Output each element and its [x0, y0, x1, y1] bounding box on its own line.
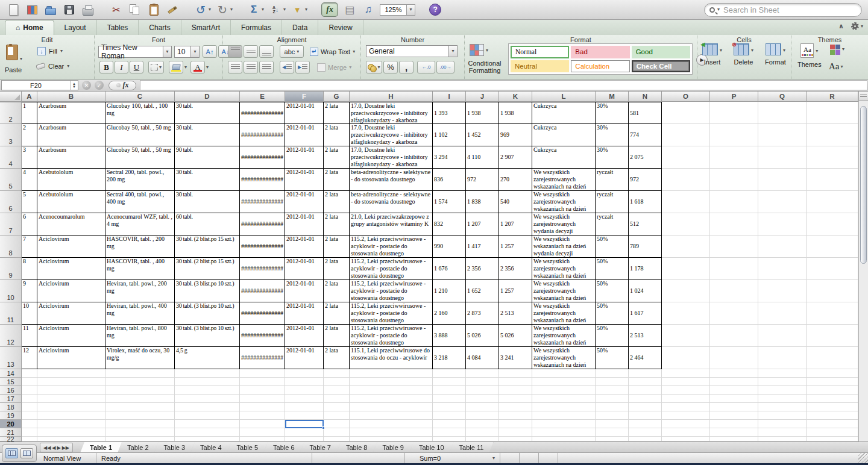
cell-H15[interactable]: [350, 378, 433, 386]
cell-A11[interactable]: 10: [22, 302, 37, 325]
cell-G7[interactable]: 2 lata: [324, 213, 350, 236]
row-header-3[interactable]: 3: [0, 124, 22, 146]
cell-O8[interactable]: [662, 236, 710, 258]
cell-H4[interactable]: 17.0, Doustne leki przeciwcukrzycowe - i…: [350, 146, 433, 169]
cell-M14[interactable]: [596, 369, 629, 378]
cell-C22[interactable]: [105, 437, 175, 442]
column-header-D[interactable]: D: [175, 92, 240, 102]
cell-M22[interactable]: [596, 437, 629, 442]
cell-Q19[interactable]: [758, 411, 807, 420]
cell-J8[interactable]: 1 417: [466, 236, 499, 258]
cell-I12[interactable]: 3 888: [433, 325, 466, 347]
cell-I15[interactable]: [433, 378, 466, 386]
cell-E5[interactable]: ##############: [240, 169, 285, 191]
fill-dropdown-caret-icon[interactable]: ▾: [60, 49, 63, 54]
cell-I17[interactable]: [433, 395, 466, 403]
cell-Q17[interactable]: [758, 395, 807, 403]
cell-L12[interactable]: We wszystkich zarejestrowanych wskazania…: [532, 325, 596, 347]
format-painter-icon[interactable]: [165, 2, 180, 17]
cell-H8[interactable]: 115.2, Leki przeciwwirusowe - acyklowir …: [350, 236, 433, 258]
cell-I21[interactable]: [433, 428, 466, 437]
ribbon-settings-button[interactable]: ▾: [851, 22, 863, 30]
sheet-tab-table-2[interactable]: Table 2: [118, 442, 158, 453]
cell-R10[interactable]: [807, 280, 858, 302]
cell-P19[interactable]: [710, 411, 758, 420]
cell-J10[interactable]: 1 652: [466, 280, 499, 302]
paste-button[interactable]: ▾: [6, 45, 22, 61]
cell-K19[interactable]: [499, 411, 532, 420]
cell-J9[interactable]: 2 356: [466, 258, 499, 280]
sheet-tab-table-6[interactable]: Table 6: [263, 442, 304, 453]
cell-A10[interactable]: 9: [22, 280, 37, 302]
cell-G19[interactable]: [324, 411, 350, 420]
cell-J18[interactable]: [466, 403, 499, 411]
cell-C9[interactable]: HASCOVIR, tabl. , 400 mg: [105, 258, 175, 280]
paste-dropdown-caret-icon[interactable]: ▾: [20, 57, 22, 61]
cell-B22[interactable]: [37, 437, 105, 442]
fill-color-caret-icon[interactable]: ▾: [184, 65, 187, 70]
row-header-5[interactable]: 5: [0, 169, 22, 191]
cell-E14[interactable]: [240, 369, 285, 378]
cell-D14[interactable]: [175, 369, 240, 378]
cell-B11[interactable]: Aciclovirum: [37, 302, 105, 325]
row-header-6[interactable]: 6: [0, 191, 22, 213]
cell-K2[interactable]: 1 938: [499, 102, 532, 124]
theme-colors-button[interactable]: ▾: [830, 45, 844, 55]
resize-grip[interactable]: [858, 453, 868, 464]
formula-builder-button[interactable]: fx: [108, 81, 136, 90]
cell-B20[interactable]: [37, 420, 105, 428]
number-format-caret-icon[interactable]: ▾: [449, 45, 458, 57]
cell-J22[interactable]: [466, 437, 499, 442]
cell-K20[interactable]: [499, 420, 532, 428]
cell-R12[interactable]: [807, 325, 858, 347]
redo-dropdown-caret-icon[interactable]: ▾: [230, 7, 233, 12]
column-header-B[interactable]: B: [37, 92, 105, 102]
cell-N21[interactable]: [629, 428, 662, 437]
cell-A7[interactable]: 6: [22, 213, 37, 236]
cell-K13[interactable]: 3 241: [499, 347, 532, 369]
cell-H18[interactable]: [350, 403, 433, 411]
cell-O9[interactable]: [662, 258, 710, 280]
cell-G17[interactable]: [324, 395, 350, 403]
cell-I16[interactable]: [433, 386, 466, 395]
cell-A21[interactable]: [22, 428, 37, 437]
cell-H16[interactable]: [350, 386, 433, 395]
cell-Q10[interactable]: [758, 280, 807, 302]
column-header-N[interactable]: N: [629, 92, 662, 102]
style-calculation[interactable]: Calculation: [571, 60, 629, 73]
cell-K17[interactable]: [499, 395, 532, 403]
cell-P8[interactable]: [710, 236, 758, 258]
clear-dropdown-caret-icon[interactable]: ▾: [67, 64, 69, 69]
cell-K5[interactable]: 270: [499, 169, 532, 191]
cell-I9[interactable]: 1 676: [433, 258, 466, 280]
cell-Q15[interactable]: [758, 378, 807, 386]
cell-E9[interactable]: ##############: [240, 258, 285, 280]
cell-B7[interactable]: Acenocoumarolum: [37, 213, 105, 236]
cell-N17[interactable]: [629, 395, 662, 403]
number-format-select[interactable]: General: [366, 45, 449, 57]
cell-G4[interactable]: 2 lata: [324, 146, 350, 169]
cell-B17[interactable]: [37, 395, 105, 403]
name-box-stepper[interactable]: ▲▼: [70, 81, 78, 90]
cell-H19[interactable]: [350, 411, 433, 420]
delete-cells-button[interactable]: ⊗▾ Delete: [734, 43, 753, 66]
cell-A17[interactable]: [22, 395, 37, 403]
cell-A3[interactable]: 2: [22, 124, 37, 146]
vertical-scrollbar[interactable]: [858, 92, 868, 442]
sum-caret-icon[interactable]: ▾: [492, 456, 495, 461]
column-header-K[interactable]: K: [499, 92, 532, 102]
cell-P14[interactable]: [710, 369, 758, 378]
sheet-tab-table-8[interactable]: Table 8: [336, 442, 377, 453]
sheet-tab-table-7[interactable]: Table 7: [300, 442, 341, 453]
cell-E13[interactable]: ##############: [240, 347, 285, 369]
cell-L7[interactable]: We wszystkich zarejestrowanych wydania d…: [532, 213, 596, 236]
cell-P3[interactable]: [710, 124, 758, 146]
italic-button[interactable]: I: [115, 61, 128, 73]
cell-C14[interactable]: [105, 369, 175, 378]
cell-Q6[interactable]: [758, 191, 807, 213]
cell-H9[interactable]: 115.2, Leki przeciwwirusowe - acyklowir …: [350, 258, 433, 280]
cell-R6[interactable]: [807, 191, 858, 213]
style-check-cell[interactable]: Check Cell: [632, 60, 690, 73]
cell-E2[interactable]: ##############: [240, 102, 285, 124]
cell-M5[interactable]: ryczałt: [596, 169, 629, 191]
